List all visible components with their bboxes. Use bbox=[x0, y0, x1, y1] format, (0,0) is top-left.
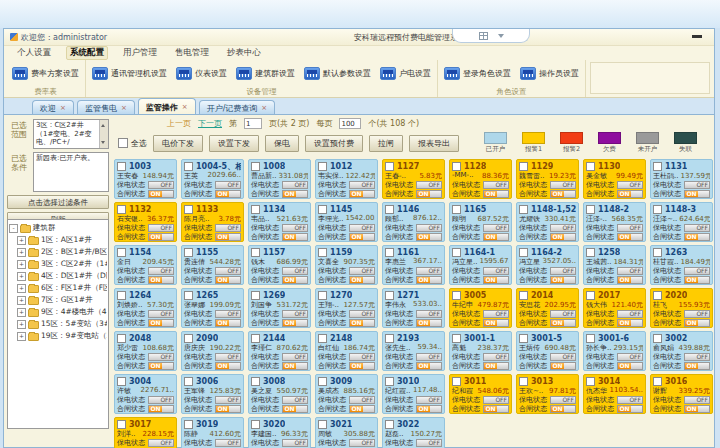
meter-card[interactable]: 1012韦实保..122.42元保电状态OFF合闸状态ON bbox=[315, 159, 378, 199]
scroll-down-icon[interactable] bbox=[101, 141, 105, 146]
power-protect-toggle[interactable]: OFF bbox=[349, 439, 375, 447]
close-switch-toggle[interactable]: ON bbox=[349, 362, 375, 370]
card-checkbox[interactable] bbox=[251, 248, 260, 257]
tree-expander-icon[interactable]: + bbox=[17, 332, 26, 341]
card-checkbox[interactable] bbox=[452, 334, 461, 343]
close-switch-toggle[interactable]: ON bbox=[684, 405, 710, 413]
meter-card[interactable]: 1129魏雪雷..19.23元保电状态OFF合闸状态ON bbox=[516, 159, 579, 199]
power-protect-toggle[interactable]: OFF bbox=[215, 396, 241, 404]
meter-card[interactable]: 1128-MM-..88.36元保电状态OFF合闸状态ON bbox=[449, 159, 512, 199]
meter-card[interactable]: 2020桂飞155.93元保电状态OFF合闸状态ON bbox=[650, 288, 713, 328]
meter-card[interactable]: 3010纪红霞..117.48..保电状态OFF合闸状态ON bbox=[382, 374, 445, 414]
document-tab[interactable]: 欢迎× bbox=[32, 100, 74, 115]
tree-item[interactable]: +2区：B区1#井/B区1# bbox=[9, 246, 107, 258]
card-checkbox[interactable] bbox=[385, 248, 394, 257]
toolbar-button[interactable]: 设置下发 bbox=[209, 135, 259, 152]
meter-card[interactable]: 3002俞风娟439.88元保电状态OFF合闸状态ON bbox=[650, 331, 713, 371]
close-switch-toggle[interactable]: ON bbox=[349, 319, 375, 327]
power-protect-toggle[interactable]: OFF bbox=[550, 353, 576, 361]
power-protect-toggle[interactable]: OFF bbox=[483, 396, 509, 404]
listbox-scrollbar[interactable] bbox=[99, 120, 108, 148]
tree-expander-icon[interactable]: + bbox=[17, 296, 26, 305]
meter-card[interactable]: 3009吴成杰885.16元保电状态OFF合闸状态ON bbox=[315, 374, 378, 414]
card-checkbox[interactable] bbox=[184, 334, 193, 343]
power-protect-toggle[interactable]: OFF bbox=[483, 267, 509, 275]
meter-card[interactable]: 3001-1高魁238.37元保电状态OFF合闸状态ON bbox=[449, 331, 512, 371]
card-checkbox[interactable] bbox=[452, 291, 461, 300]
meter-card[interactable]: 1148-2汪泽-..568.35元保电状态OFF合闸状态ON bbox=[583, 202, 646, 242]
power-protect-toggle[interactable]: OFF bbox=[550, 310, 576, 318]
close-switch-toggle[interactable]: ON bbox=[617, 362, 643, 370]
ribbon-button[interactable]: 操作员设置 bbox=[518, 65, 581, 82]
meter-card[interactable]: 1269刘国争531.72元保电状态OFF合闸状态ON bbox=[248, 288, 311, 328]
meter-card[interactable]: 1157钱木686.99元保电状态OFF合闸状态ON bbox=[248, 245, 311, 285]
tree-item[interactable]: +15区：5#变站（3#变 bbox=[9, 318, 107, 330]
close-switch-toggle[interactable]: ON bbox=[349, 190, 375, 198]
close-switch-toggle[interactable]: ON bbox=[617, 233, 643, 241]
meter-card[interactable]: 3014仇杰华1103.54..保电状态OFF合闸状态ON bbox=[583, 374, 646, 414]
close-switch-toggle[interactable]: ON bbox=[416, 233, 442, 241]
card-checkbox[interactable] bbox=[251, 420, 260, 429]
tree-expander-icon[interactable]: + bbox=[17, 260, 26, 269]
close-switch-toggle[interactable]: ON bbox=[483, 190, 509, 198]
card-checkbox[interactable] bbox=[385, 334, 394, 343]
power-protect-toggle[interactable]: OFF bbox=[282, 439, 308, 447]
card-checkbox[interactable] bbox=[452, 205, 461, 214]
close-switch-toggle[interactable]: ON bbox=[483, 362, 509, 370]
power-protect-toggle[interactable]: OFF bbox=[684, 353, 710, 361]
meter-card[interactable]: 1164-1冯立星..1595.67..保电状态OFF合闸状态ON bbox=[449, 245, 512, 285]
tree-item[interactable]: +3区：C区2#井（1#变 bbox=[9, 258, 107, 270]
card-checkbox[interactable] bbox=[653, 334, 662, 343]
close-switch-toggle[interactable]: ON bbox=[617, 405, 643, 413]
power-protect-toggle[interactable]: OFF bbox=[215, 224, 241, 232]
close-switch-toggle[interactable]: ON bbox=[148, 319, 174, 327]
power-protect-toggle[interactable]: OFF bbox=[349, 181, 375, 189]
power-protect-toggle[interactable]: OFF bbox=[148, 310, 174, 318]
tree-item[interactable]: +19区：9#变电站（2# bbox=[9, 330, 107, 342]
select-all[interactable]: 全选 bbox=[118, 138, 147, 149]
tab-close-icon[interactable]: × bbox=[60, 104, 66, 112]
menu-item[interactable]: 系统配置 bbox=[66, 46, 108, 60]
close-switch-toggle[interactable]: ON bbox=[550, 276, 576, 284]
close-switch-toggle[interactable]: ON bbox=[215, 233, 241, 241]
power-protect-toggle[interactable]: OFF bbox=[215, 267, 241, 275]
tree-expander-icon[interactable]: + bbox=[17, 248, 26, 257]
power-protect-toggle[interactable]: OFF bbox=[416, 310, 442, 318]
close-switch-toggle[interactable]: ON bbox=[617, 190, 643, 198]
power-protect-toggle[interactable]: OFF bbox=[148, 353, 174, 361]
card-checkbox[interactable] bbox=[653, 291, 662, 300]
meter-card[interactable]: 1271李伟永533.03..保电状态OFF合闸状态ON bbox=[382, 288, 445, 328]
card-checkbox[interactable] bbox=[184, 205, 193, 214]
meter-card[interactable]: 1270王翔-..127.57元保电状态OFF合闸状态ON bbox=[315, 288, 378, 328]
card-checkbox[interactable] bbox=[586, 205, 595, 214]
chevron-down-icon[interactable] bbox=[498, 34, 504, 41]
meter-card[interactable]: 1130吴金敏99.49元保电状态OFF合闸状态ON bbox=[583, 159, 646, 199]
card-checkbox[interactable] bbox=[519, 162, 528, 171]
selected-range-listbox[interactable]: 3区：C区2#井（1#变电、2#变电、/PC+/ bbox=[33, 119, 109, 149]
card-checkbox[interactable] bbox=[385, 162, 394, 171]
power-protect-toggle[interactable]: OFF bbox=[215, 439, 241, 447]
card-checkbox[interactable] bbox=[117, 162, 126, 171]
power-protect-toggle[interactable]: OFF bbox=[617, 353, 643, 361]
meter-card[interactable]: 1161李惠兰367.17..保电状态OFF合闸状态ON bbox=[382, 245, 445, 285]
tree-expander-icon[interactable]: - bbox=[9, 224, 18, 233]
card-checkbox[interactable] bbox=[452, 162, 461, 171]
card-checkbox[interactable] bbox=[184, 162, 193, 171]
close-switch-toggle[interactable]: ON bbox=[282, 276, 308, 284]
prev-page-link[interactable]: 上一页 bbox=[167, 118, 191, 129]
menu-item[interactable]: 用户管理 bbox=[120, 47, 160, 59]
card-checkbox[interactable] bbox=[653, 162, 662, 171]
meter-card[interactable]: 1264刘焕娇..57.30元保电状态OFF合闸状态ON bbox=[114, 288, 177, 328]
power-protect-toggle[interactable]: OFF bbox=[416, 181, 442, 189]
ribbon-button[interactable]: 户电设置 bbox=[378, 65, 433, 82]
card-checkbox[interactable] bbox=[117, 291, 126, 300]
card-checkbox[interactable] bbox=[385, 205, 394, 214]
close-switch-toggle[interactable]: ON bbox=[684, 276, 710, 284]
close-switch-toggle[interactable]: ON bbox=[148, 362, 174, 370]
tree-expander-icon[interactable]: + bbox=[17, 284, 26, 293]
meter-card[interactable]: 3001-6孙长争..293.15元保电状态OFF合闸状态ON bbox=[583, 331, 646, 371]
power-protect-toggle[interactable]: OFF bbox=[617, 224, 643, 232]
close-switch-toggle[interactable]: ON bbox=[148, 276, 174, 284]
menu-item[interactable]: 售电管理 bbox=[172, 47, 212, 59]
selected-condition-box[interactable]: 新园表:已开户表。 bbox=[33, 152, 109, 192]
